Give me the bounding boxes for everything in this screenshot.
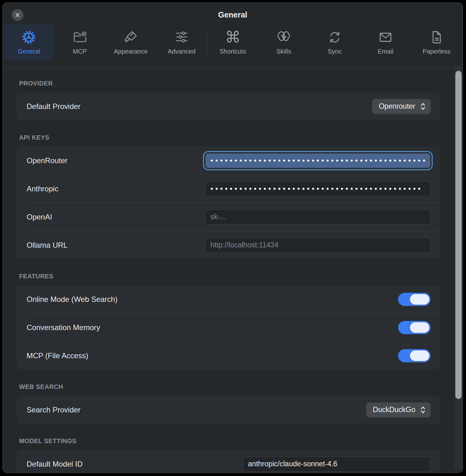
default-provider-select[interactable]: Openrouter <box>372 99 431 114</box>
row-label: MCP (File Access) <box>27 351 88 360</box>
tab-label: Shortcuts <box>220 48 246 55</box>
tab-label: Skills <box>277 48 291 55</box>
default-model-id-row: Default Model ID anthropic/claude-sonnet… <box>17 450 440 473</box>
openrouter-key-row: OpenRouter •••••••••••••••••••••••••••••… <box>17 147 440 174</box>
row-label: OpenRouter <box>27 156 68 165</box>
section-header: PROVIDER <box>19 80 440 87</box>
openai-key-input[interactable]: sk-... <box>205 210 431 225</box>
row-label: Ollama URL <box>27 241 68 250</box>
tab-advanced[interactable]: Advanced <box>156 24 207 60</box>
section-features: FEATURES Online Mode (Web Search) Conver… <box>17 273 440 370</box>
openrouter-key-input[interactable]: ••••••••••••••••••••••••••••••••••••••••… <box>205 153 431 168</box>
search-provider-row: Search Provider DuckDuckGo <box>17 396 440 424</box>
section-header: API KEYS <box>19 134 440 142</box>
tab-paperless[interactable]: Paperless <box>411 24 462 60</box>
chevron-updown-icon <box>420 406 426 414</box>
brain-icon <box>276 29 291 45</box>
section-api-keys: API KEYS OpenRouter ••••••••••••••••••••… <box>17 134 440 259</box>
model-settings-card: Default Model ID anthropic/claude-sonnet… <box>17 450 440 473</box>
row-label: Default Provider <box>27 102 80 111</box>
web-search-card: Search Provider DuckDuckGo <box>17 396 440 424</box>
tab-label: Email <box>378 48 393 55</box>
sliders-icon <box>174 29 189 45</box>
section-header: WEB SEARCH <box>19 383 440 391</box>
ollama-url-row: Ollama URL http://localhost:11434 <box>17 231 440 259</box>
section-model-settings: MODEL SETTINGS Default Model ID anthropi… <box>17 437 440 473</box>
paintbrush-icon <box>123 29 138 45</box>
ollama-url-input[interactable]: http://localhost:11434 <box>205 238 431 253</box>
row-label: Anthropic <box>27 184 58 193</box>
tab-label: Appearance <box>114 48 148 55</box>
document-icon <box>429 29 444 45</box>
settings-window: General General <box>3 3 463 473</box>
anthropic-key-row: Anthropic ••••••••••••••••••••••••••••••… <box>17 175 440 203</box>
section-web-search: WEB SEARCH Search Provider DuckDuckGo <box>17 383 440 424</box>
titlebar: General <box>3 3 463 22</box>
toggle-knob <box>410 322 429 333</box>
tab-label: General <box>18 48 40 55</box>
mcp-file-access-toggle[interactable] <box>398 349 431 362</box>
conversation-memory-row: Conversation Memory <box>17 313 440 341</box>
tab-mcp[interactable]: MCP <box>54 24 106 60</box>
tab-email[interactable]: Email <box>360 24 411 60</box>
tab-label: Sync <box>328 48 341 55</box>
default-provider-row: Default Provider Openrouter <box>17 92 440 120</box>
row-label: Online Mode (Web Search) <box>27 295 117 304</box>
tab-sync[interactable]: Sync <box>309 24 360 60</box>
tab-shortcuts[interactable]: ⌘ Shortcuts <box>207 24 258 60</box>
tab-bar: General MCP <box>3 24 462 60</box>
row-label: Search Provider <box>27 406 80 414</box>
anthropic-key-input[interactable]: ••••••••••••••••••••••••••••••••••••••••… <box>205 181 431 196</box>
provider-card: Default Provider Openrouter <box>17 92 440 120</box>
scrollbar-thumb[interactable] <box>455 71 462 399</box>
row-label: OpenAI <box>27 213 52 221</box>
section-provider: PROVIDER Default Provider Openrouter <box>17 80 440 120</box>
row-label: Conversation Memory <box>27 323 100 332</box>
row-label: Default Model ID <box>27 460 83 468</box>
toggle-knob <box>410 294 429 305</box>
mcp-file-access-row: MCP (File Access) <box>17 342 440 370</box>
online-mode-row: Online Mode (Web Search) <box>17 285 440 313</box>
tab-label: Advanced <box>168 48 195 55</box>
tab-general[interactable]: General <box>3 24 54 60</box>
section-header: MODEL SETTINGS <box>19 437 440 445</box>
tab-label: Paperless <box>422 48 450 55</box>
chevron-updown-icon <box>420 102 426 111</box>
conversation-memory-toggle[interactable] <box>398 321 431 334</box>
toggle-knob <box>410 350 429 361</box>
folder-gear-icon <box>72 29 87 45</box>
openai-key-row: OpenAI sk-... <box>17 203 440 231</box>
gear-icon <box>21 29 36 45</box>
settings-content: PROVIDER Default Provider Openrouter <box>17 69 440 473</box>
sync-arrows-icon <box>327 29 342 45</box>
command-icon: ⌘ <box>225 29 241 45</box>
page-title: General <box>3 10 463 19</box>
toolbar-bottom-divider <box>3 67 463 67</box>
online-mode-toggle[interactable] <box>398 293 431 306</box>
default-model-id-input[interactable]: anthropic/claude-sonnet-4.6 <box>243 457 431 472</box>
features-card: Online Mode (Web Search) Conversation Me… <box>17 285 440 370</box>
tab-label: MCP <box>73 48 87 55</box>
envelope-icon <box>378 29 393 45</box>
tab-skills[interactable]: Skills <box>258 24 309 60</box>
api-keys-card: OpenRouter •••••••••••••••••••••••••••••… <box>17 147 440 259</box>
search-provider-select[interactable]: DuckDuckGo <box>366 402 431 417</box>
section-header: FEATURES <box>19 273 440 280</box>
tab-appearance[interactable]: Appearance <box>105 24 156 60</box>
